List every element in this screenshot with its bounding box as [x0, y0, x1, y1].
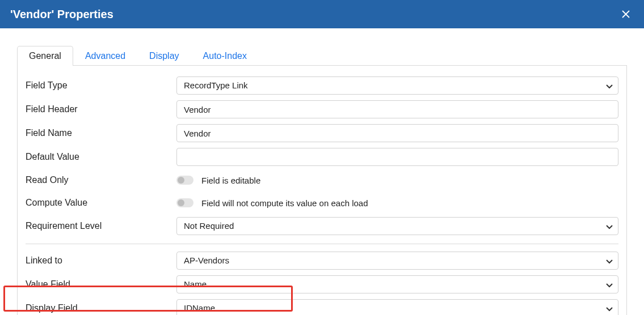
label-linked-to: Linked to	[26, 256, 176, 266]
tab-general[interactable]: General	[17, 46, 73, 66]
label-requirement-level: Requirement Level	[26, 221, 176, 231]
label-read-only: Read Only	[26, 175, 176, 185]
general-panel: Field Type RecordType Link Field Header …	[17, 66, 627, 315]
default-value-input[interactable]	[176, 148, 618, 166]
read-only-desc: Field is editable	[201, 176, 260, 185]
close-button[interactable]	[619, 7, 633, 21]
label-field-header: Field Header	[26, 104, 176, 114]
row-field-header: Field Header	[18, 97, 626, 121]
label-default-value: Default Value	[26, 152, 176, 162]
label-value-field: Value Field	[26, 279, 176, 290]
label-display-field: Display Field	[26, 303, 176, 313]
row-compute-value: Compute Value Field will not compute its…	[18, 191, 626, 214]
row-value-field: Value Field Name	[18, 273, 626, 296]
row-requirement-level: Requirement Level Not Required	[18, 214, 626, 238]
label-field-name: Field Name	[26, 128, 176, 138]
section-divider	[26, 244, 618, 244]
row-display-field: Display Field IDName	[18, 296, 626, 315]
row-read-only: Read Only Field is editable	[18, 169, 626, 191]
display-field-select[interactable]: IDName	[176, 299, 618, 315]
read-only-toggle[interactable]	[176, 176, 193, 185]
field-type-value: RecordType Link	[176, 76, 618, 95]
tab-advanced[interactable]: Advanced	[73, 46, 137, 66]
tab-bar: General Advanced Display Auto-Index	[17, 45, 627, 66]
value-field-select[interactable]: Name	[176, 275, 618, 293]
requirement-level-select[interactable]: Not Required	[176, 217, 618, 235]
field-name-input[interactable]	[176, 124, 618, 142]
dialog-content: General Advanced Display Auto-Index Fiel…	[0, 28, 644, 315]
tab-display[interactable]: Display	[137, 46, 191, 66]
compute-value-desc: Field will not compute its value on each…	[201, 198, 368, 208]
row-field-name: Field Name	[18, 121, 626, 145]
value-field-value: Name	[176, 275, 618, 293]
display-field-value: IDName	[176, 299, 618, 315]
linked-to-select[interactable]: AP-Vendors	[176, 252, 618, 270]
requirement-level-value: Not Required	[176, 217, 618, 235]
close-icon	[621, 10, 630, 19]
dialog-title: 'Vendor' Properties	[10, 8, 113, 21]
compute-value-toggle[interactable]	[176, 198, 193, 207]
field-type-select[interactable]: RecordType Link	[176, 76, 618, 95]
field-header-input[interactable]	[176, 100, 618, 118]
row-linked-to: Linked to AP-Vendors	[18, 249, 626, 273]
linked-to-value: AP-Vendors	[176, 252, 618, 270]
row-field-type: Field Type RecordType Link	[18, 74, 626, 97]
dialog-header: 'Vendor' Properties	[0, 0, 644, 28]
row-default-value: Default Value	[18, 145, 626, 169]
label-compute-value: Compute Value	[26, 198, 176, 208]
label-field-type: Field Type	[26, 80, 176, 91]
tab-auto-index[interactable]: Auto-Index	[191, 46, 259, 66]
